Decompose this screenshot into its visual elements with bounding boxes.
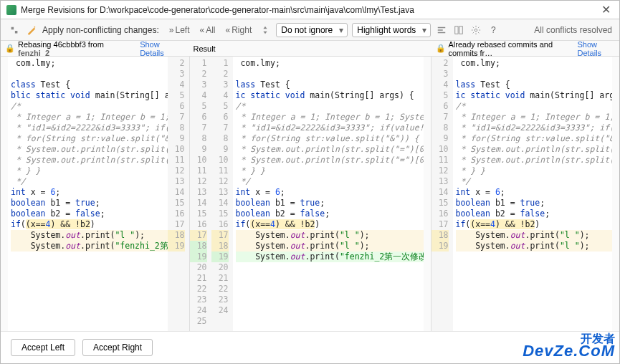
highlight-select[interactable]: Highlight words (352, 23, 431, 37)
lock-icon: 🔒 (436, 44, 446, 53)
accept-left-button[interactable]: Accept Left (11, 339, 75, 356)
show-details-left[interactable]: Show Details (140, 40, 184, 57)
editor-container: com.lmy; class Test { blic static void m… (1, 57, 619, 343)
collapse-icon[interactable] (8, 24, 21, 37)
show-details-right[interactable]: Show Details (577, 40, 615, 57)
wrap-icon[interactable] (435, 24, 448, 37)
layout-icon[interactable] (452, 24, 465, 37)
left-gutter: 2345678910111213141516171819 (168, 57, 189, 343)
magic-icon[interactable] (25, 24, 38, 37)
gear-icon[interactable] (469, 24, 482, 37)
right-code[interactable]: com.lmy; lass Test { ic static void main… (453, 57, 613, 343)
center-header: Result (189, 44, 431, 53)
right-header-text: Already rebased commits and commits fr… (449, 40, 572, 57)
nav-right-button[interactable]: «Right (223, 24, 255, 37)
svg-rect-2 (459, 26, 462, 34)
apply-label: Apply non-conflicting changes: (42, 25, 159, 35)
right-pane: 2345678910111213141516171819 com.lmy; la… (431, 57, 620, 343)
close-icon[interactable]: ✕ (598, 3, 614, 16)
titlebar: Merge Revisions for D:\workpace\code-gen… (1, 1, 619, 19)
lock-icon: 🔒 (5, 44, 15, 53)
center-gutter: 1234567891011121314151617181920212223242… (190, 57, 233, 343)
svg-rect-1 (455, 26, 458, 34)
nav-all-button[interactable]: «All (196, 24, 218, 37)
expand-icon[interactable] (259, 24, 272, 37)
right-gutter: 2345678910111213141516171819 (431, 57, 453, 343)
svg-point-3 (475, 29, 478, 32)
left-header-text: Rebasing 46cbbbf3 from fenzhi_2 (18, 40, 134, 57)
nav-left-button[interactable]: »Left (166, 24, 193, 37)
help-icon[interactable]: ? (487, 24, 500, 37)
left-code[interactable]: com.lmy; class Test { blic static void m… (8, 57, 168, 343)
conflicts-status: All conflicts resolved (534, 25, 612, 35)
app-icon (6, 5, 16, 15)
footer: Accept Left Accept Right (1, 331, 619, 363)
svg-point-0 (34, 26, 36, 27)
window-title: Merge Revisions for D:\workpace\code-gen… (21, 5, 598, 15)
accept-right-button[interactable]: Accept Right (82, 339, 153, 356)
pane-headers: 🔒 Rebasing 46cbbbf3 from fenzhi_2 Show D… (1, 41, 619, 57)
toolbar: Apply non-conflicting changes: »Left «Al… (1, 19, 619, 41)
ignore-select[interactable]: Do not ignore (276, 23, 348, 37)
left-pane: com.lmy; class Test { blic static void m… (1, 57, 189, 343)
center-code[interactable]: com.lmy; lass Test { ic static void main… (233, 57, 424, 343)
center-pane: 1234567891011121314151617181920212223242… (189, 57, 431, 343)
